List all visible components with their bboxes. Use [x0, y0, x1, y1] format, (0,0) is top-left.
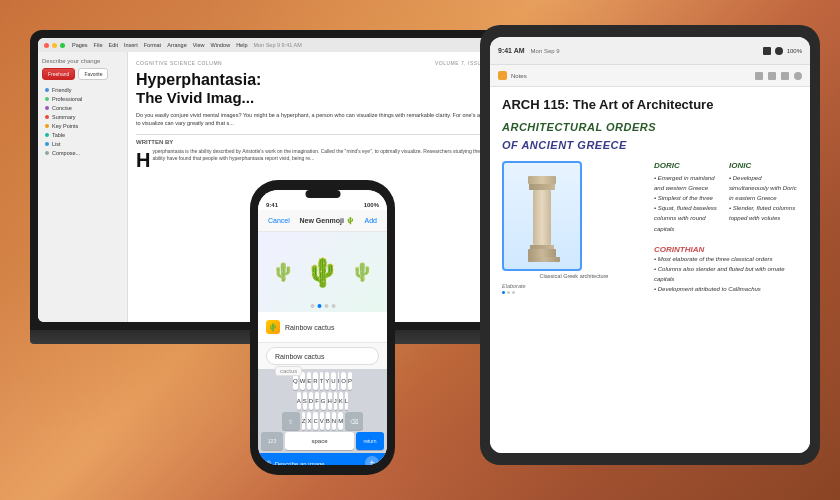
close-dot[interactable] — [44, 43, 49, 48]
dot-table — [45, 133, 49, 137]
key-u[interactable]: U — [331, 372, 335, 390]
key-backspace[interactable]: ⌫ — [345, 412, 363, 430]
pen-icon[interactable] — [768, 72, 776, 80]
menu-window[interactable]: Window — [211, 42, 231, 48]
doric-section: DORIC Emerged in mainland and western Gr… — [654, 161, 723, 234]
cactus-emoji-right: 🌵 — [351, 261, 373, 283]
grid-icon[interactable] — [763, 47, 771, 55]
battery-icon: 100% — [787, 48, 802, 54]
doric-item3: Squat, fluted baseless columns with roun… — [654, 203, 723, 234]
ipad: 9:41 AM Mon Sep 9 100% Notes — [480, 25, 820, 465]
key-x[interactable]: X — [307, 412, 311, 430]
key-s[interactable]: S — [303, 392, 307, 410]
modal-header: Cancel New Genmoji 🌵 Add — [258, 210, 387, 232]
sidebar-item-keypoints[interactable]: Key Points — [42, 121, 123, 130]
drop-cap: H — [136, 150, 150, 170]
column-label-text: Classical Greek architecture — [502, 273, 646, 279]
describe-image-btn[interactable]: 🔍 Describe an image — [266, 460, 325, 466]
image-preview-area: 🌵 🌵 🌵 — [258, 232, 387, 312]
key-g[interactable]: G — [321, 392, 326, 410]
ipad-notes-bar: Notes — [490, 65, 810, 87]
doric-item2: Simplest of the three — [654, 193, 723, 203]
key-h[interactable]: H — [328, 392, 332, 410]
key-p[interactable]: P — [348, 372, 352, 390]
key-n[interactable]: N — [332, 412, 336, 430]
iphone-bottom-bar: 🔍 Describe an image + — [258, 453, 387, 465]
key-l[interactable]: L — [345, 392, 348, 410]
key-z[interactable]: Z — [302, 412, 306, 430]
arch-heading1: ARCHITECTURAL ORDERS — [502, 120, 798, 134]
menu-view[interactable]: View — [193, 42, 205, 48]
key-d[interactable]: D — [309, 392, 313, 410]
maximize-dot[interactable] — [60, 43, 65, 48]
ipad-time: 9:41 AM — [498, 47, 525, 54]
key-k[interactable]: K — [339, 392, 343, 410]
modal-cancel-btn[interactable]: Cancel — [268, 217, 290, 224]
iphone: 9:41 100% Cancel New Genmoji 🌵 Add 🌵 🌵 🌵 — [250, 180, 395, 475]
key-123[interactable]: 123 — [261, 432, 283, 450]
image-describe-input[interactable]: Rainbow cactus cactus — [266, 347, 379, 365]
ipad-date: Mon Sep 9 — [531, 48, 560, 54]
cactus-emoji-center: 🌵 — [305, 256, 340, 289]
menu-file[interactable]: File — [94, 42, 103, 48]
lasso-icon[interactable] — [781, 72, 789, 80]
dot-keypoints — [45, 124, 49, 128]
doric-item1: Emerged in mainland and western Greece — [654, 173, 723, 193]
menu-help[interactable]: Help — [236, 42, 247, 48]
key-a[interactable]: A — [297, 392, 301, 410]
dot-list — [45, 142, 49, 146]
elaborate-label: Elaborate — [502, 283, 646, 289]
key-o[interactable]: O — [341, 372, 346, 390]
minimize-dot[interactable] — [52, 43, 57, 48]
key-i[interactable]: I — [338, 372, 340, 390]
macbook-menubar: Pages File Edit Insert Format Arrange Vi… — [38, 38, 502, 52]
input-area: Rainbow cactus cactus — [258, 342, 387, 369]
key-space[interactable]: space — [285, 432, 354, 450]
doric-title: DORIC — [654, 161, 723, 170]
menu-format[interactable]: Format — [144, 42, 161, 48]
ipad-frame: 9:41 AM Mon Sep 9 100% Notes — [480, 25, 820, 465]
search-icon[interactable] — [775, 47, 783, 55]
article-divider — [136, 134, 494, 135]
key-return[interactable]: return — [356, 432, 384, 450]
key-m[interactable]: M — [338, 412, 343, 430]
key-shift[interactable]: ⇧ — [282, 412, 300, 430]
more-icon[interactable] — [794, 72, 802, 80]
sidebar-item-concise[interactable]: Concise — [42, 103, 123, 112]
key-b[interactable]: B — [326, 412, 330, 430]
menu-pages[interactable]: Pages — [72, 42, 88, 48]
key-y[interactable]: Y — [325, 372, 329, 390]
freehand-btn[interactable]: Freehand — [42, 68, 75, 80]
sidebar-item-friendly[interactable]: Friendly — [42, 85, 123, 94]
keyboard: Q W E R T Y U I O P A S D — [258, 369, 387, 453]
sidebar-item-compose[interactable]: Compose... — [42, 148, 123, 157]
dot-2 — [317, 304, 321, 308]
corinthian-title: CORINTHIAN — [654, 245, 798, 254]
sidebar-item-summary[interactable]: Summary — [42, 112, 123, 121]
pillar-graphic — [528, 176, 556, 256]
modal-title: New Genmoji 🌵 — [300, 217, 355, 225]
key-j[interactable]: J — [334, 392, 337, 410]
sidebar-item-professional[interactable]: Professional — [42, 94, 123, 103]
dot-summary — [45, 115, 49, 119]
key-v[interactable]: V — [320, 412, 324, 430]
key-r[interactable]: R — [313, 372, 317, 390]
menu-insert[interactable]: Insert — [124, 42, 138, 48]
key-e[interactable]: E — [307, 372, 311, 390]
dot-friendly — [45, 88, 49, 92]
add-image-btn[interactable]: + — [365, 456, 379, 465]
format-icon[interactable] — [755, 72, 763, 80]
article-title: Hyperphantasia: The Vivid Imag... — [136, 70, 494, 107]
key-c[interactable]: C — [313, 412, 317, 430]
iphone-time: 9:41 — [266, 202, 278, 208]
key-f[interactable]: F — [315, 392, 319, 410]
menu-edit[interactable]: Edit — [108, 42, 117, 48]
menu-arrange[interactable]: Arrange — [167, 42, 187, 48]
favorite-btn[interactable]: Favorite — [78, 68, 108, 80]
sidebar-item-table[interactable]: Table — [42, 130, 123, 139]
sidebar-item-list[interactable]: List — [42, 139, 123, 148]
corinthian-item1: Most elaborate of the three classical or… — [654, 254, 798, 264]
modal-add-btn[interactable]: Add — [365, 217, 377, 224]
key-t[interactable]: T — [320, 372, 324, 390]
search-result-item[interactable]: 🌵 Rainbow cactus — [266, 317, 379, 337]
